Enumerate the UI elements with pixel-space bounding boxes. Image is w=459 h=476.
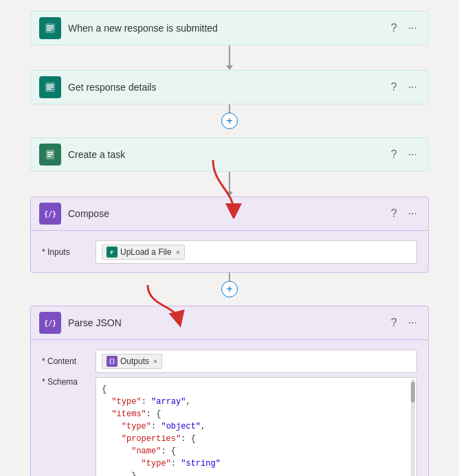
connector-line-1 [229,45,230,65]
compose-inputs-field[interactable]: F UpLoad a File × [96,240,417,264]
node-when-response: When a new response is submitted ? ··· [30,11,429,45]
parse-schema-field[interactable]: { "type": "array", "items": { "type": "o… [96,377,417,476]
node-when-response-title: When a new response is submitted [68,23,388,34]
compose-inputs-label: * Inputs [42,247,90,257]
parse-content-row: * Content {} Outputs × [42,350,417,373]
help-btn-1[interactable]: ? [388,21,400,36]
node-parse-json: {/} Parse JSON ? ··· * Content {} Output… [30,306,429,476]
node-create-task-title: Create a task [68,149,388,160]
parse-schema-container: { "type": "array", "items": { "type": "o… [96,377,417,476]
node-get-response: Get response details ? ··· [30,70,429,104]
connector-arrow-3 [226,192,233,196]
flow-canvas: When a new response is submitted ? ··· G… [0,0,459,476]
node-parse-json-title: Parse JSON [68,317,388,328]
parse-token-close[interactable]: × [153,357,157,365]
connector-1 [226,45,233,70]
svg-rect-3 [47,30,52,31]
connector-2: + [226,104,233,137]
parse-token-outputs: {} Outputs × [102,354,162,369]
help-btn-5[interactable]: ? [388,315,400,330]
node-create-task-actions: ? ··· [388,147,420,162]
node-compose-actions: ? ··· [388,206,420,221]
compose-token-close[interactable]: × [176,248,180,256]
help-btn-4[interactable]: ? [388,206,400,221]
connector-line-3 [229,172,230,192]
connector-4: + [226,273,233,306]
more-btn-3[interactable]: ··· [405,147,420,162]
connector-3 [226,172,233,196]
node-parse-json-actions: ? ··· [388,315,420,330]
connector-line-top-2 [229,104,230,113]
node-compose: {/} Compose ? ··· * Inputs F UpLoad a Fi… [30,196,429,273]
parse-token-text: Outputs [120,356,149,366]
svg-rect-6 [47,87,54,88]
add-step-btn-2[interactable]: + [221,113,238,129]
node-when-response-header: When a new response is submitted ? ··· [31,12,428,45]
help-btn-3[interactable]: ? [388,147,400,162]
add-step-btn-4[interactable]: + [221,281,238,297]
node-when-response-actions: ? ··· [388,21,420,36]
parse-schema-label: * Schema [42,377,90,387]
svg-rect-11 [47,156,51,157]
parse-schema-row: * Schema { "type": "array", "items": { "… [42,377,417,476]
node-create-task-header: Create a task ? ··· [31,138,428,171]
parse-icon: {/} [39,312,61,334]
node-get-response-title: Get response details [68,82,388,93]
parse-token-icon: {} [107,356,117,367]
more-btn-1[interactable]: ··· [405,21,420,36]
compose-token-icon: F [107,247,117,258]
svg-rect-7 [47,89,52,90]
forms-icon-1 [39,17,61,39]
node-create-task: Create a task ? ··· [30,137,429,172]
help-btn-2[interactable]: ? [388,80,400,95]
more-btn-5[interactable]: ··· [405,315,420,330]
svg-rect-1 [47,25,54,27]
compose-token-upload: F UpLoad a File × [102,245,185,260]
node-parse-json-header: {/} Parse JSON ? ··· [31,306,428,339]
more-btn-4[interactable]: ··· [405,206,420,221]
node-get-response-header: Get response details ? ··· [31,71,428,104]
node-compose-header: {/} Compose ? ··· [31,197,428,230]
parse-content-field[interactable]: {} Outputs × [96,350,417,373]
schema-scrollbar-thumb [411,382,415,403]
forms-icon-2 [39,76,61,98]
task-icon [39,144,61,166]
connector-line-top-4 [229,273,230,281]
compose-token-text: UpLoad a File [120,247,172,257]
schema-scrollbar[interactable] [411,379,415,476]
compose-icon: {/} [39,203,61,225]
node-parse-json-body: * Content {} Outputs × * Schema { "type"… [31,339,428,476]
svg-rect-9 [47,152,53,153]
svg-rect-5 [47,84,54,86]
compose-inputs-row: * Inputs F UpLoad a File × [42,240,417,264]
more-btn-2[interactable]: ··· [405,80,420,95]
node-compose-title: Compose [68,208,388,219]
node-get-response-actions: ? ··· [388,80,420,95]
svg-rect-2 [47,27,54,29]
parse-content-label: * Content [42,356,90,366]
connector-arrow-1 [226,65,233,70]
svg-rect-10 [47,154,53,155]
node-compose-body: * Inputs F UpLoad a File × [31,230,428,272]
